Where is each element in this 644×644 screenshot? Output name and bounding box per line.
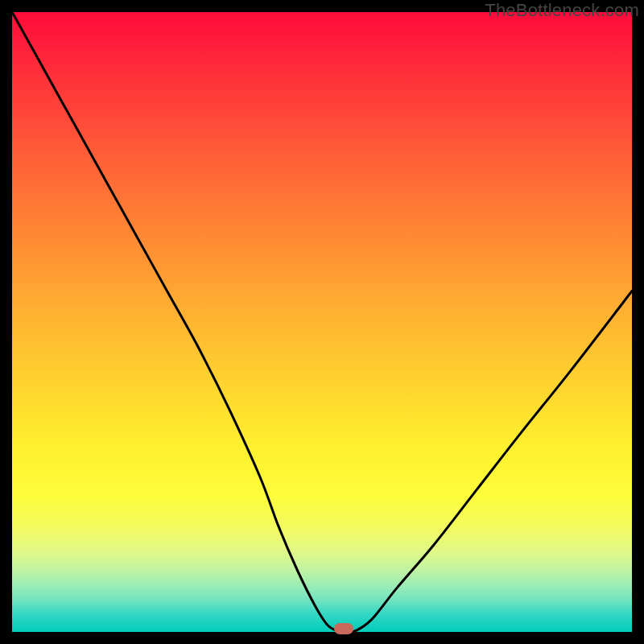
curve-path — [12, 12, 632, 632]
watermark-text: TheBottleneck.com — [485, 0, 639, 21]
plot-area — [12, 12, 632, 632]
optimal-point-marker — [334, 623, 353, 634]
bottleneck-curve — [12, 12, 632, 632]
chart-frame: TheBottleneck.com — [0, 0, 644, 644]
